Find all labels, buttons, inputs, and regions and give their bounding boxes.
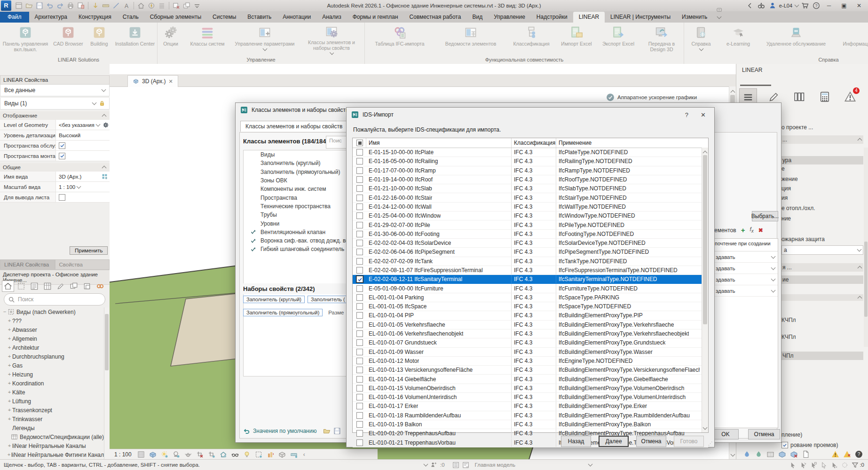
close-button[interactable]: ✕ xyxy=(853,2,865,9)
selection-filter-icon[interactable]: :0 xyxy=(852,462,864,469)
column-usage[interactable]: Применение xyxy=(559,140,592,146)
checkbox[interactable] xyxy=(781,442,788,448)
expand-icon[interactable]: + xyxy=(7,354,12,360)
tree-item-trassenkonzept[interactable]: +Trassenkonzept xyxy=(2,406,104,415)
displacement-building-icon[interactable] xyxy=(266,450,275,459)
view-scale[interactable]: 1 : 100 xyxy=(114,451,132,458)
ids-row-19[interactable]: EL-010-01-05 VerkehrsflaecheIFC 4.3IfcBu… xyxy=(353,321,708,329)
all-data-dropdown[interactable]: Все данные xyxy=(0,85,110,96)
section-box-house-icon[interactable] xyxy=(219,450,228,459)
view-tab-3d[interactable]: 3D (Арх.) ✕ xyxy=(127,75,178,87)
home-icon[interactable] xyxy=(136,1,146,10)
collapse-viewbar-icon[interactable]: ‹ xyxy=(303,451,305,458)
row-checkbox[interactable] xyxy=(356,349,363,355)
ribbon-button-экспорт-excel[interactable]: Экспорт Excel xyxy=(597,24,639,55)
groups-box-icon[interactable] xyxy=(81,281,93,292)
tab-element-classes[interactable]: Классы элементов и наборы свойств xyxy=(240,121,347,132)
ribbon-button-удаленное-обслуживание[interactable]: Удаленное обслуживание xyxy=(758,24,834,55)
warning-orange-icon[interactable] xyxy=(831,450,839,458)
tab-сборные-элементы[interactable]: Сборные элементы xyxy=(144,12,207,23)
ids-row-13[interactable]: E-02-02-08-11-07 IfcFireSuppressionTermi… xyxy=(353,266,708,275)
help-dark-icon[interactable]: ? xyxy=(855,450,863,458)
warning-red-icon[interactable] xyxy=(843,450,851,458)
revit-app-button[interactable]: R xyxy=(1,0,11,11)
bottom-tab-properties[interactable]: Свойства xyxy=(55,259,110,270)
compass-icon[interactable] xyxy=(147,1,156,10)
redo-icon[interactable] xyxy=(55,1,65,10)
tree-item-gas[interactable]: +Gas xyxy=(2,361,104,370)
row-checkbox[interactable] xyxy=(356,212,363,219)
ribbon-button-ведомости-элементов[interactable]: Ведомости элементов xyxy=(434,24,507,55)
tree-item-ведомости-спецификации-alle-[interactable]: Ведомости/Спецификации (alle) xyxy=(2,432,104,441)
expand-icon[interactable]: + xyxy=(7,318,12,324)
property-value[interactable]: Высокий xyxy=(56,133,110,138)
ids-row-8[interactable]: E-01-29-02-07-00 IfcPileIFC 4.3IfcPileTy… xyxy=(353,220,708,229)
ids-row-17[interactable]: EL-001-01-05 IfcSpaceIFC 4.3IfcSpaceType… xyxy=(353,302,708,311)
selection-type-dropdown[interactable]: Виды (1) xyxy=(0,98,110,110)
tree-item-l-ftung[interactable]: +Lüftung xyxy=(2,397,104,406)
tab-сталь[interactable]: Сталь xyxy=(117,12,144,23)
dialog-close-icon[interactable]: ✕ xyxy=(701,111,706,118)
ribbon-button-cad-browser[interactable]: CAD Browser xyxy=(51,24,86,55)
draw-line-icon[interactable] xyxy=(111,1,121,10)
help-circle-icon[interactable]: ? xyxy=(813,2,820,9)
formula-icon[interactable]: fx xyxy=(750,226,753,234)
select-face-icon[interactable] xyxy=(821,462,828,469)
row-checkbox[interactable] xyxy=(356,222,363,228)
row-checkbox[interactable] xyxy=(356,385,363,392)
cancel-button[interactable]: Отмена xyxy=(636,436,666,447)
expand-icon[interactable]: + xyxy=(7,363,12,368)
checkbox[interactable] xyxy=(59,142,65,149)
library-books-icon[interactable] xyxy=(791,88,808,105)
chevron-down-icon[interactable] xyxy=(95,122,100,126)
tab-аннотации[interactable]: Аннотации xyxy=(277,12,316,23)
ids-row-28[interactable]: EL-010-01-17 ErkerIFC 4.3IfcBuildingElem… xyxy=(353,402,708,411)
pattern-grid-icon[interactable] xyxy=(766,450,774,458)
selection-dashes-icon[interactable] xyxy=(254,450,263,459)
expand-icon[interactable]: + xyxy=(7,336,12,342)
windows-icon[interactable] xyxy=(68,281,80,292)
property-set-chip[interactable]: Заполнитель (прямоугольный) xyxy=(243,309,323,316)
bottom-tab-linear-properties[interactable]: LINEAR Свойства xyxy=(0,259,55,270)
worksets-icon[interactable] xyxy=(452,462,459,469)
annotate-icon[interactable] xyxy=(55,281,67,292)
ribbon-button-справка[interactable]: Справка xyxy=(684,24,718,55)
tab-управление[interactable]: Управление xyxy=(488,12,531,23)
ok-button[interactable]: OK xyxy=(712,429,739,439)
tab-системы[interactable]: Системы xyxy=(207,12,242,23)
select-pinned-icon[interactable] xyxy=(810,462,817,469)
schedules-list-icon[interactable] xyxy=(28,281,40,292)
edit-view-name-icon[interactable] xyxy=(102,173,108,180)
search-input[interactable]: Поиск xyxy=(4,293,105,306)
ids-row-22[interactable]: EL-010-01-09 WasserIFC 4.3IfcBuildingEle… xyxy=(353,348,708,357)
tab-вставить[interactable]: Вставить xyxy=(242,12,277,23)
ribbon-button-опции[interactable]: Опции xyxy=(158,24,184,55)
collapse-icon[interactable]: − xyxy=(2,309,8,315)
paint-drop-blue-icon[interactable] xyxy=(743,450,751,458)
panel-toggle-icon[interactable] xyxy=(713,4,727,23)
row-checkbox[interactable] xyxy=(356,285,363,292)
finish-button[interactable]: Готово xyxy=(674,436,704,447)
chevron-down-icon[interactable] xyxy=(588,462,593,467)
tab-конструкция[interactable]: Конструкция xyxy=(73,12,117,23)
ids-row-6[interactable]: E-01-24-12-00-00 IfcWallIFC 4.3IfcWallTy… xyxy=(353,203,708,212)
row-checkbox[interactable] xyxy=(356,276,363,282)
property-value[interactable]: <без указания xyxy=(56,122,110,128)
close-hidden-icon[interactable] xyxy=(172,1,181,10)
row-checkbox[interactable] xyxy=(356,303,363,310)
active-workset[interactable]: Главная модель xyxy=(475,462,515,468)
property-value[interactable] xyxy=(56,153,110,159)
measure-icon[interactable] xyxy=(101,1,110,10)
tab-надстройки[interactable]: Надстройки xyxy=(531,12,573,23)
ids-row-18[interactable]: EL-010-01-04 PIPIFC 4.3IfcBuildingElemen… xyxy=(353,311,708,320)
visual-style-cube-icon[interactable] xyxy=(149,450,157,459)
select-underlay-icon[interactable] xyxy=(800,462,807,469)
tree-item-abwasser[interactable]: +Abwasser xyxy=(2,325,104,334)
tab-формы-и-генплан[interactable]: Формы и генплан xyxy=(347,12,404,23)
switch-windows-icon[interactable] xyxy=(182,1,191,10)
ribbon-button-installation-center[interactable]: Installation Center xyxy=(113,24,157,55)
ids-table-header[interactable]: Имя Классификация Применение xyxy=(353,138,708,148)
file-tabs-icon[interactable] xyxy=(14,1,24,10)
transfer-icon[interactable] xyxy=(76,1,86,10)
restore-button[interactable]: ▣ xyxy=(838,2,850,9)
